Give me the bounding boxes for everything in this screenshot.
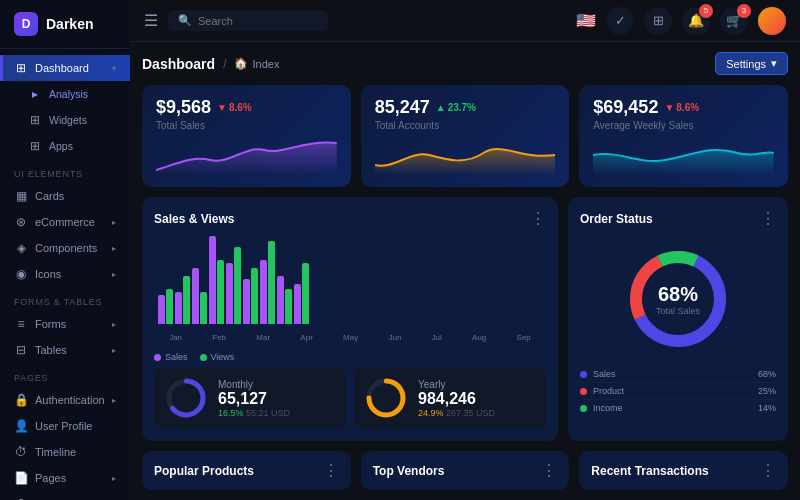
yearly-donut-svg bbox=[364, 376, 408, 420]
section-forms: FORMS & TABLES bbox=[0, 287, 130, 311]
bottom-row: Sales & Views ⋮ bbox=[142, 197, 788, 441]
stat-change-accounts: ▲ 23.7% bbox=[436, 102, 476, 113]
home-icon: 🏠 bbox=[234, 57, 248, 70]
icons-icon: ◉ bbox=[14, 267, 28, 281]
views-legend-label: Views bbox=[211, 352, 235, 362]
search-input[interactable] bbox=[198, 15, 308, 27]
monthly-donut-svg bbox=[164, 376, 208, 420]
metric-row: Monthly 65,127 16.5% 55.21 USD bbox=[154, 368, 546, 428]
sidebar-item-faq[interactable]: ? FAQ bbox=[0, 491, 130, 500]
apps-icon: ⊞ bbox=[28, 139, 42, 153]
sidebar-label: Components bbox=[35, 242, 97, 254]
legend-label-income: Income bbox=[593, 403, 623, 413]
order-menu-icon[interactable]: ⋮ bbox=[760, 209, 776, 228]
sidebar: D Darken ⊞ Dashboard ▾ ▸ Analysis ⊞ Widg… bbox=[0, 0, 130, 500]
bar-feb bbox=[175, 276, 190, 324]
notification-icon[interactable]: 🔔 5 bbox=[682, 7, 710, 35]
sidebar-label: eCommerce bbox=[35, 216, 95, 228]
bar-sep bbox=[294, 263, 309, 324]
stat-card-accounts: 85,247 ▲ 23.7% Total Accounts bbox=[361, 85, 570, 187]
sidebar-item-cards[interactable]: ▦ Cards bbox=[0, 183, 130, 209]
stat-change-weekly: ▼ 8.6% bbox=[664, 102, 699, 113]
sidebar-item-ecommerce[interactable]: ⊛ eCommerce ▸ bbox=[0, 209, 130, 235]
avatar[interactable] bbox=[758, 7, 786, 35]
sidebar-item-icons[interactable]: ◉ Icons ▸ bbox=[0, 261, 130, 287]
sidebar-label: Cards bbox=[35, 190, 64, 202]
top-vendors-card: Top Vendors ⋮ bbox=[361, 451, 570, 490]
sidebar-item-pages[interactable]: 📄 Pages ▸ bbox=[0, 465, 130, 491]
monthly-value: 65,127 bbox=[218, 390, 290, 408]
settings-arrow: ▾ bbox=[771, 57, 777, 70]
section-pages: PAGES bbox=[0, 363, 130, 387]
sidebar-item-widgets[interactable]: ⊞ Widgets bbox=[0, 107, 130, 133]
order-pct: 68% bbox=[656, 283, 700, 306]
monthly-sub: 16.5% 55.21 USD bbox=[218, 408, 290, 418]
sales-legend-label: Sales bbox=[165, 352, 188, 362]
sales-card: Sales & Views ⋮ bbox=[142, 197, 558, 441]
product-dot bbox=[580, 388, 587, 395]
order-sub: Total Sales bbox=[656, 306, 700, 316]
sales-menu-icon[interactable]: ⋮ bbox=[530, 209, 546, 228]
sidebar-nav: ⊞ Dashboard ▾ ▸ Analysis ⊞ Widgets ⊞ App… bbox=[0, 49, 130, 500]
chart-legend: Sales Views bbox=[154, 352, 546, 362]
chart-labels: Jan Feb Mar Apr May Jun Jul Aug Sep bbox=[154, 333, 546, 342]
sales-legend-dot bbox=[154, 354, 161, 361]
stat-card-sales: $9,568 ▼ 8.6% Total Sales bbox=[142, 85, 351, 187]
settings-label: Settings bbox=[726, 58, 766, 70]
analysis-icon: ▸ bbox=[28, 87, 42, 101]
components-icon: ◈ bbox=[14, 241, 28, 255]
sidebar-item-tables[interactable]: ⊟ Tables ▸ bbox=[0, 337, 130, 363]
sidebar-item-profile[interactable]: 👤 User Profile bbox=[0, 413, 130, 439]
sidebar-item-apps[interactable]: ⊞ Apps bbox=[0, 133, 130, 159]
settings-button[interactable]: Settings ▾ bbox=[715, 52, 788, 75]
sidebar-item-dashboard[interactable]: ⊞ Dashboard ▾ bbox=[0, 55, 130, 81]
breadcrumb-index: Index bbox=[252, 58, 279, 70]
legend-label-sales: Sales bbox=[593, 369, 616, 379]
sidebar-label: Analysis bbox=[49, 88, 88, 100]
topbar: ☰ 🔍 🇺🇸 ✓ ⊞ 🔔 5 🛒 3 bbox=[130, 0, 800, 42]
sidebar-label: Tables bbox=[35, 344, 67, 356]
weekly-sparkline bbox=[593, 135, 774, 175]
profile-icon: 👤 bbox=[14, 419, 28, 433]
flag-icon[interactable]: 🇺🇸 bbox=[576, 11, 596, 30]
breadcrumb-item: 🏠 Index bbox=[234, 57, 279, 70]
sidebar-label: Authentication bbox=[35, 394, 105, 406]
dashboard-icon: ⊞ bbox=[14, 61, 28, 75]
check-icon[interactable]: ✓ bbox=[606, 7, 634, 35]
hamburger-icon[interactable]: ☰ bbox=[144, 11, 158, 30]
logo[interactable]: D Darken bbox=[0, 0, 130, 49]
grid-icon[interactable]: ⊞ bbox=[644, 7, 672, 35]
income-dot bbox=[580, 405, 587, 412]
stat-cards: $9,568 ▼ 8.6% Total Sales bbox=[142, 85, 788, 187]
order-legend: Sales 68% Product 25% bbox=[580, 366, 776, 416]
popular-menu-icon[interactable]: ⋮ bbox=[323, 461, 339, 480]
widgets-icon: ⊞ bbox=[28, 113, 42, 127]
sidebar-item-timeline[interactable]: ⏱ Timeline bbox=[0, 439, 130, 465]
stat-label-sales: Total Sales bbox=[156, 120, 337, 131]
sidebar-label: Dashboard bbox=[35, 62, 89, 74]
sidebar-item-components[interactable]: ◈ Components ▸ bbox=[0, 235, 130, 261]
cards-icon: ▦ bbox=[14, 189, 28, 203]
transactions-title: Recent Transactions bbox=[591, 464, 708, 478]
sidebar-label: User Profile bbox=[35, 420, 92, 432]
transactions-menu-icon[interactable]: ⋮ bbox=[760, 461, 776, 480]
arrow-up-icon: ▲ bbox=[436, 102, 446, 113]
metric-card-monthly: Monthly 65,127 16.5% 55.21 USD bbox=[154, 368, 346, 428]
page-title: Dashboard bbox=[142, 56, 215, 72]
logo-icon: D bbox=[14, 12, 38, 36]
order-title: Order Status bbox=[580, 212, 653, 226]
cart-icon[interactable]: 🛒 3 bbox=[720, 7, 748, 35]
legend-row-income: Income 14% bbox=[580, 400, 776, 416]
stat-value-sales: $9,568 bbox=[156, 97, 211, 118]
sidebar-label: Widgets bbox=[49, 114, 87, 126]
cart-badge: 3 bbox=[737, 4, 751, 18]
sidebar-item-forms[interactable]: ≡ Forms ▸ bbox=[0, 311, 130, 337]
monthly-donut bbox=[164, 376, 208, 420]
stat-value-accounts: 85,247 bbox=[375, 97, 430, 118]
content-area: Dashboard / 🏠 Index Settings ▾ $9,568 ▼ bbox=[130, 42, 800, 500]
sidebar-item-analysis[interactable]: ▸ Analysis bbox=[0, 81, 130, 107]
vendors-menu-icon[interactable]: ⋮ bbox=[541, 461, 557, 480]
search-box[interactable]: 🔍 bbox=[168, 10, 328, 31]
yearly-donut bbox=[364, 376, 408, 420]
sidebar-item-auth[interactable]: 🔒 Authentication ▸ bbox=[0, 387, 130, 413]
